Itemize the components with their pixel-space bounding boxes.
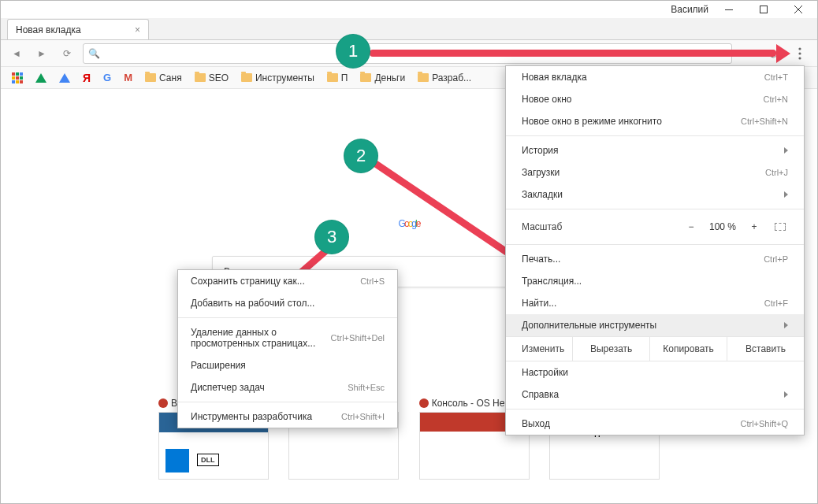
chevron-right-icon [784, 191, 788, 198]
copy-button[interactable]: Копировать [649, 337, 727, 361]
svg-rect-0 [725, 9, 733, 10]
more-tools-submenu: Сохранить страницу как...Ctrl+S Добавить… [177, 269, 398, 428]
submenu-clear-data[interactable]: Удаление данных о просмотренных страница… [178, 321, 397, 354]
zoom-in-button[interactable]: + [744, 218, 764, 235]
bookmark-yandex[interactable]: Я [78, 70, 95, 86]
chevron-right-icon [784, 391, 788, 398]
submenu-add-desktop: Добавить на рабочий стол... [178, 292, 397, 314]
favicon [158, 398, 168, 408]
bookmark-google[interactable]: G [99, 70, 116, 85]
drive-icon [59, 73, 70, 83]
menu-help[interactable]: Справка [506, 384, 804, 406]
folder-icon [360, 73, 371, 82]
search-icon: 🔍 [88, 48, 100, 59]
fullscreen-icon[interactable] [775, 223, 786, 231]
bookmark-folder[interactable]: Деньги [355, 71, 410, 85]
forward-button[interactable]: ► [32, 44, 51, 63]
menu-incognito[interactable]: Новое окно в режиме инкогнитоCtrl+Shift+… [506, 110, 804, 132]
bookmark-gmail[interactable]: M [119, 70, 137, 85]
menu-more-tools[interactable]: Дополнительные инструменты [506, 314, 804, 336]
browser-tab[interactable]: Новая вкладка × [7, 19, 149, 39]
yandex-icon: Я [83, 72, 91, 84]
menu-history[interactable]: История [506, 139, 804, 161]
bookmark-drive[interactable] [31, 72, 51, 84]
maximize-button[interactable] [746, 1, 781, 18]
menu-exit[interactable]: ВыходCtrl+Shift+Q [506, 413, 804, 435]
zoom-value: 100 % [709, 221, 736, 232]
menu-find[interactable]: Найти...Ctrl+F [506, 292, 804, 314]
menu-zoom: Масштаб − 100 % + [506, 213, 804, 241]
folder-icon [327, 73, 338, 82]
submenu-taskmgr[interactable]: Диспетчер задачShift+Esc [178, 376, 397, 398]
apps-button[interactable] [7, 71, 28, 85]
svg-point-5 [798, 52, 801, 54]
svg-rect-1 [760, 6, 768, 13]
reload-button[interactable]: ⟳ [58, 44, 76, 63]
favicon [419, 398, 429, 408]
bookmark-folder[interactable]: П [322, 71, 353, 85]
menu-new-tab[interactable]: Новая вкладкаCtrl+T [506, 66, 804, 88]
annotation-badge-1: 1 [336, 34, 370, 69]
folder-icon [418, 73, 429, 82]
submenu-extensions[interactable]: Расширения [178, 354, 397, 376]
apps-icon [12, 72, 23, 83]
username: Василий [667, 4, 712, 15]
chevron-right-icon [784, 147, 788, 154]
zoom-out-button[interactable]: − [681, 218, 701, 235]
submenu-devtools[interactable]: Инструменты разработчикаCtrl+Shift+I [178, 406, 397, 428]
bookmark-folder[interactable]: Разраб... [413, 71, 476, 85]
menu-cast[interactable]: Трансляция... [506, 270, 804, 292]
menu-bookmarks[interactable]: Закладки [506, 183, 804, 206]
svg-point-6 [798, 57, 801, 59]
bookmark-folder[interactable]: Саня [140, 71, 187, 85]
tab-strip: Новая вкладка × [1, 18, 817, 40]
chrome-menu-button[interactable] [789, 43, 811, 65]
bookmark-folder[interactable]: SEO [190, 71, 233, 85]
edit-label: Изменить [506, 337, 572, 361]
tab-title: Новая вкладка [16, 24, 81, 35]
menu-downloads[interactable]: ЗагрузкиCtrl+J [506, 161, 804, 183]
close-button[interactable] [781, 1, 816, 18]
chrome-main-menu: Новая вкладкаCtrl+T Новое окноCtrl+N Нов… [505, 65, 805, 435]
annotation-badge-2: 2 [344, 139, 378, 173]
back-button[interactable]: ◄ [7, 44, 26, 63]
menu-settings[interactable]: Настройки [506, 361, 804, 384]
annotation-badge-3: 3 [314, 220, 349, 254]
paste-button[interactable]: Вставить [727, 337, 804, 361]
tab-close-icon[interactable]: × [135, 24, 140, 35]
folder-icon [241, 73, 252, 82]
gmail-icon: M [124, 72, 132, 83]
drive-icon [35, 73, 46, 83]
annotation-arrow [370, 50, 776, 57]
folder-icon [195, 73, 206, 82]
menu-edit-row: Изменить Вырезать Копировать Вставить [506, 336, 804, 361]
google-icon: G [103, 72, 111, 83]
folder-icon [145, 73, 156, 82]
menu-print[interactable]: Печать...Ctrl+P [506, 248, 804, 270]
svg-point-4 [798, 47, 801, 50]
annotation-arrowhead [776, 44, 790, 63]
menu-new-window[interactable]: Новое окноCtrl+N [506, 88, 804, 110]
window-titlebar: Василий [1, 1, 817, 18]
chevron-right-icon [784, 322, 788, 328]
cut-button[interactable]: Вырезать [572, 337, 649, 361]
bookmark-folder[interactable]: Инструменты [236, 71, 319, 85]
bookmark-drive2[interactable] [54, 72, 75, 84]
submenu-save-page[interactable]: Сохранить страницу как...Ctrl+S [178, 270, 397, 292]
minimize-button[interactable] [712, 1, 746, 18]
